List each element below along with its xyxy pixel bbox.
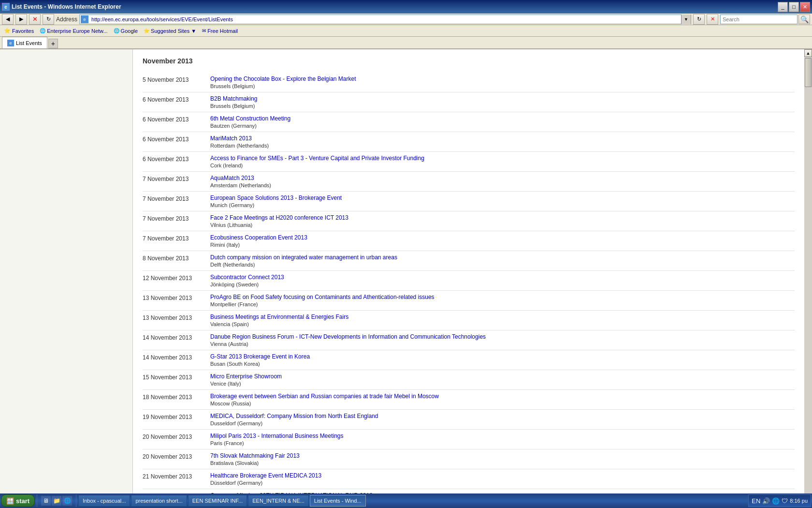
event-title-link[interactable]: Subcontractor Connect 2013 [210, 274, 795, 281]
ie-icon: e [2, 3, 10, 11]
event-title-link[interactable]: Brokerage event between Serbian and Russ… [210, 393, 795, 400]
taskbar: 🪟 start 🖥 📁 🌐 Inbox - cpascual...present… [0, 493, 812, 508]
event-title-link[interactable]: Access to Finance for SMEs - Part 3 - Ve… [210, 155, 795, 162]
event-row: 7 November 2013 Ecobusiness Cooperation … [143, 231, 795, 251]
fav-google[interactable]: 🌐Google [114, 28, 138, 34]
event-title-link[interactable]: Healthcare Brokerage Event MEDICA 2013 [210, 472, 795, 479]
window-title: List Events - Windows Internet Explorer [12, 3, 121, 10]
event-title-link[interactable]: Face 2 Face Meetings at H2020 conference… [210, 214, 795, 221]
search-area: 🔍 [720, 15, 810, 24]
close-button[interactable]: ✕ [800, 2, 810, 12]
event-row: 7 November 2013 Face 2 Face Meetings at … [143, 211, 795, 231]
taskbar-app-button[interactable]: presentation short... [131, 495, 187, 507]
forward-button[interactable]: ▶ [15, 14, 27, 25]
event-date: 12 November 2013 [143, 274, 210, 287]
taskbar-app-button[interactable]: EEN_INTERN & NE... [248, 495, 309, 507]
tab-list-events[interactable]: e List Events [2, 37, 47, 48]
ql-folder[interactable]: 📁 [52, 496, 61, 506]
event-location: Venice (Italy) [210, 381, 795, 387]
title-bar-buttons[interactable]: _ □ ✕ [778, 2, 810, 12]
event-title-link[interactable]: Danube Region Business Forum - ICT-New D… [210, 333, 795, 340]
refresh-btn2[interactable]: ↻ [693, 14, 705, 25]
event-title-link[interactable]: Milipol Paris 2013 - International Busin… [210, 433, 795, 439]
event-title-link[interactable]: Opening the Chocolate Box - Explore the … [210, 75, 795, 82]
event-title-link[interactable]: G-Star 2013 Brokerage Event in Korea [210, 353, 795, 360]
start-label: start [16, 497, 29, 505]
event-row: 7 November 2013 European Space Solutions… [143, 192, 795, 211]
event-title-link[interactable]: 6th Metal Construction Meeting [210, 115, 795, 122]
network-icon: 🌐 [772, 497, 780, 505]
event-location: Jönköping (Sweden) [210, 282, 795, 287]
event-info: Milipol Paris 2013 - International Busin… [210, 433, 795, 446]
event-location: Cork (Ireland) [210, 163, 795, 168]
event-info: Face 2 Face Meetings at H2020 conference… [210, 214, 795, 228]
taskbar-divider2 [76, 494, 76, 507]
event-info: MEDICA, Dusseldorf: Company Mission from… [210, 413, 795, 426]
event-info: MariMatch 2013 Rotterdam (Netherlands) [210, 135, 795, 149]
event-date: 13 November 2013 [143, 294, 210, 307]
fav-hotmail[interactable]: ✉Free Hotmail [202, 28, 238, 34]
ql-desktop[interactable]: 🖥 [41, 496, 51, 506]
event-date: 20 November 2013 [143, 452, 210, 466]
event-location: Vilnius (Lithuania) [210, 222, 795, 228]
address-input[interactable] [89, 15, 681, 24]
taskbar-app-button[interactable]: Inbox - cpascual... [78, 495, 130, 507]
search-button[interactable]: 🔍 [798, 15, 810, 24]
event-title-link[interactable]: Dutch company mission on integrated wate… [210, 254, 795, 261]
address-dropdown[interactable]: ▼ [681, 15, 691, 24]
event-info: Access to Finance for SMEs - Part 3 - Ve… [210, 155, 795, 168]
event-date: 13 November 2013 [143, 314, 210, 327]
event-info: European Space Solutions 2013 - Brokerag… [210, 194, 795, 208]
address-label: Address [56, 16, 77, 23]
event-title-link[interactable]: 7th Slovak Matchmaking Fair 2013 [210, 452, 795, 459]
back-button[interactable]: ◀ [2, 14, 14, 25]
taskbar-app-button[interactable]: EEN SEMINAR INF... [188, 495, 247, 507]
windows-logo: 🪟 [6, 497, 14, 505]
stop-button[interactable]: ✕ [29, 14, 41, 25]
refresh-button[interactable]: ↻ [43, 14, 54, 25]
event-date: 14 November 2013 [143, 333, 210, 347]
tab-icon: e [7, 40, 14, 46]
favorites-menu[interactable]: ⭐Favorites [4, 28, 34, 34]
scrollbar[interactable]: ▲ ▼ [804, 49, 812, 508]
event-info: Brokerage event between Serbian and Russ… [210, 393, 795, 406]
ie-favicon: e [81, 15, 88, 23]
event-row: 6 November 2013 B2B Matchmaking Brussels… [143, 92, 795, 112]
tab-bar: e List Events + [0, 37, 812, 49]
event-title-link[interactable]: MariMatch 2013 [210, 135, 795, 142]
event-date: 6 November 2013 [143, 95, 210, 109]
start-button[interactable]: 🪟 start [1, 494, 35, 507]
event-row: 6 November 2013 Access to Finance for SM… [143, 152, 795, 172]
event-date: 8 November 2013 [143, 254, 210, 268]
ql-browser[interactable]: 🌐 [62, 496, 72, 506]
taskbar-divider [37, 494, 37, 507]
events-list: 5 November 2013 Opening the Chocolate Bo… [143, 73, 795, 508]
event-title-link[interactable]: Micro Enterprise Showroom [210, 373, 795, 380]
event-location: Busan (South Korea) [210, 361, 795, 367]
event-info: Danube Region Business Forum - ICT-New D… [210, 333, 795, 347]
scrollbar-thumb[interactable] [805, 58, 812, 87]
event-date: 21 November 2013 [143, 472, 210, 486]
event-title-link[interactable]: AquaMatch 2013 [210, 175, 795, 181]
scroll-up-button[interactable]: ▲ [804, 49, 812, 57]
taskbar-app-button[interactable]: List Events - Wind... [310, 495, 366, 507]
events-container: November 2013 5 November 2013 Opening th… [133, 49, 804, 508]
event-location: Vienna (Austria) [210, 341, 795, 347]
fav-enterprise[interactable]: 🌐Enterprise Europe Netw... [40, 28, 107, 34]
lang-indicator: EN [752, 497, 760, 505]
event-title-link[interactable]: Business Meetings at Environmental & Ene… [210, 314, 795, 320]
event-title-link[interactable]: Ecobusiness Cooperation Event 2013 [210, 234, 795, 241]
event-title-link[interactable]: MEDICA, Dusseldorf: Company Mission from… [210, 413, 795, 419]
event-date: 5 November 2013 [143, 75, 210, 89]
event-title-link[interactable]: B2B Matchmaking [210, 95, 795, 102]
new-tab-button[interactable]: + [48, 39, 58, 48]
event-title-link[interactable]: ProAgro BE on Food Safety focusing on Co… [210, 294, 795, 300]
maximize-button[interactable]: □ [789, 2, 799, 12]
fav-suggested[interactable]: ⭐Suggested Sites ▼ [144, 28, 196, 34]
event-title-link[interactable]: European Space Solutions 2013 - Brokerag… [210, 194, 795, 201]
event-info: 6th Metal Construction Meeting Bautzen (… [210, 115, 795, 129]
stop-btn2[interactable]: ✕ [707, 14, 718, 25]
minimize-button[interactable]: _ [778, 2, 788, 12]
search-input[interactable] [720, 15, 798, 24]
event-info: B2B Matchmaking Brussels (Belgium) [210, 95, 795, 109]
